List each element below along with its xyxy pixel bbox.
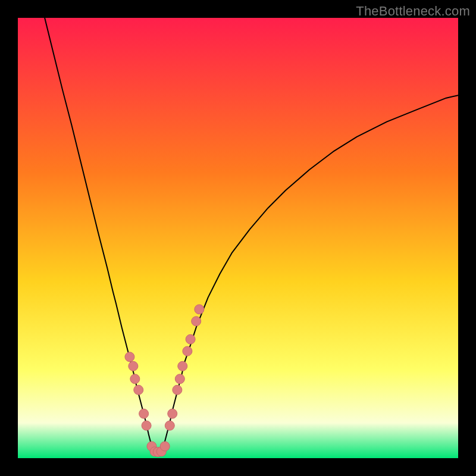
gradient-background <box>18 18 458 458</box>
data-marker <box>125 352 134 362</box>
data-marker <box>178 361 187 371</box>
plot-area <box>18 18 458 458</box>
data-marker <box>129 361 138 371</box>
watermark-text: TheBottleneck.com <box>356 4 470 19</box>
data-marker <box>165 421 174 430</box>
data-marker <box>173 385 182 394</box>
data-marker <box>192 317 201 326</box>
data-marker <box>134 385 143 394</box>
data-marker <box>142 421 151 430</box>
data-marker <box>168 409 177 418</box>
bottleneck-curve-chart <box>18 18 458 458</box>
data-marker <box>130 374 140 384</box>
data-marker <box>160 441 170 451</box>
data-marker <box>195 305 204 314</box>
data-marker <box>139 409 149 418</box>
data-marker <box>183 346 192 356</box>
chart-frame: TheBottleneck.com <box>0 0 476 476</box>
data-marker <box>175 374 184 384</box>
data-marker <box>186 334 195 344</box>
